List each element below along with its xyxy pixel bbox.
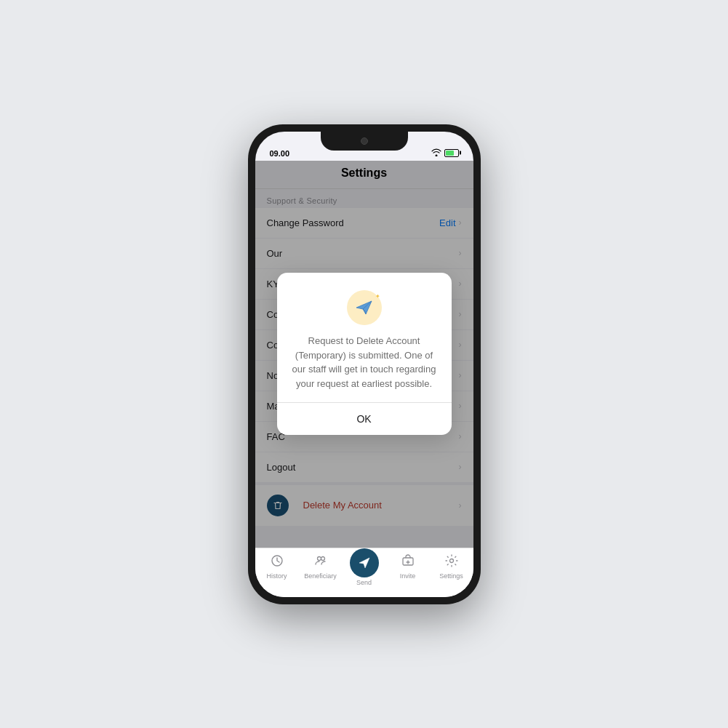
- svg-point-2: [321, 556, 324, 560]
- invite-icon: [401, 554, 415, 571]
- beneficiary-icon: [314, 554, 327, 571]
- phone-frame: 09.00 Settings: [248, 124, 481, 604]
- settings-icon: [445, 554, 458, 571]
- status-icons: [431, 148, 459, 158]
- battery-fill: [446, 151, 454, 156]
- modal-dialog: ✦ Request to Delete Account (Temporary) …: [277, 273, 452, 435]
- svg-point-4: [449, 559, 453, 562]
- modal-body: ✦ Request to Delete Account (Temporary) …: [277, 273, 452, 402]
- tab-settings-label: Settings: [439, 572, 463, 580]
- tab-settings[interactable]: Settings: [430, 554, 473, 580]
- tab-history[interactable]: History: [255, 554, 299, 580]
- tab-invite-label: Invite: [400, 572, 416, 580]
- modal-footer: OK: [277, 403, 452, 435]
- tab-beneficiary-label: Beneficiary: [304, 572, 337, 580]
- wifi-icon: [431, 148, 441, 158]
- tab-beneficiary[interactable]: Beneficiary: [299, 554, 343, 580]
- phone-screen: 09.00 Settings: [255, 132, 473, 597]
- tab-send[interactable]: Send: [343, 554, 386, 586]
- camera: [361, 137, 368, 145]
- star-decoration: ✦: [375, 293, 380, 300]
- tab-send-label: Send: [356, 579, 372, 586]
- notch: [321, 132, 408, 151]
- modal-message: Request to Delete Account (Temporary) is…: [292, 334, 437, 391]
- svg-point-1: [317, 556, 321, 560]
- tab-bar: History Beneficiary Se: [255, 548, 473, 597]
- send-circle: [350, 548, 379, 577]
- history-icon: [271, 554, 284, 571]
- modal-overlay: ✦ Request to Delete Account (Temporary) …: [255, 161, 473, 548]
- status-time: 09.00: [270, 149, 290, 158]
- modal-icon: ✦: [347, 290, 382, 325]
- screen-content: Settings Support & Security Change Passw…: [255, 161, 473, 548]
- tab-invite[interactable]: Invite: [386, 554, 430, 580]
- tab-history-label: History: [266, 572, 287, 580]
- battery-icon: [444, 149, 459, 157]
- modal-ok-button[interactable]: OK: [277, 403, 452, 435]
